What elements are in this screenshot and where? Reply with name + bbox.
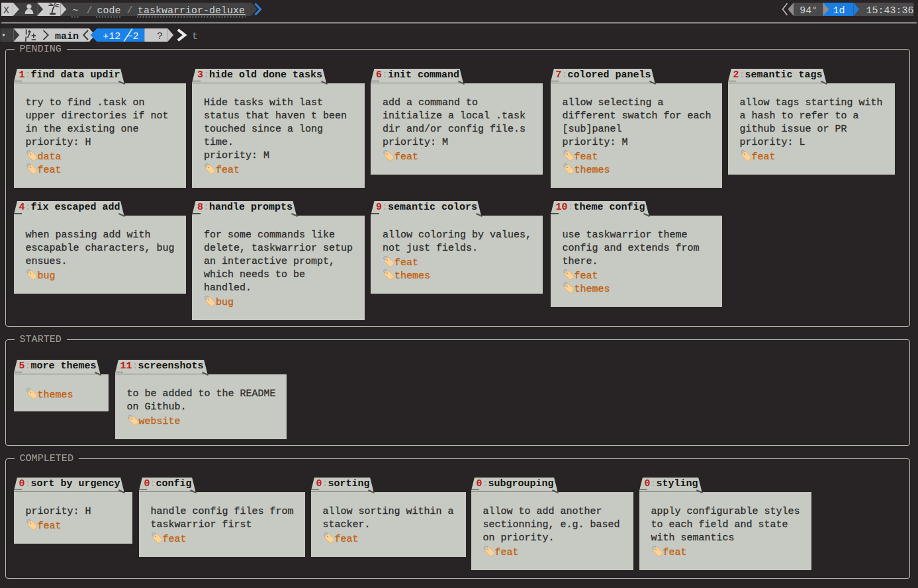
svg-text:?: ? [157,31,163,42]
svg-text:+12: +12 [103,31,120,42]
svg-text:code: code [97,5,121,17]
svg-text:−2: −2 [127,31,139,42]
svg-text:15:43:36: 15:43:36 [866,5,914,17]
svg-text:main: main [55,31,79,42]
svg-text:X: X [3,5,9,17]
svg-text:t: t [192,31,198,42]
svg-text:~: ~ [73,5,79,17]
svg-text:/: / [86,5,92,17]
svg-text:94°: 94° [800,5,817,17]
svg-text:/: / [127,5,133,17]
svg-text:1d: 1d [833,5,845,17]
